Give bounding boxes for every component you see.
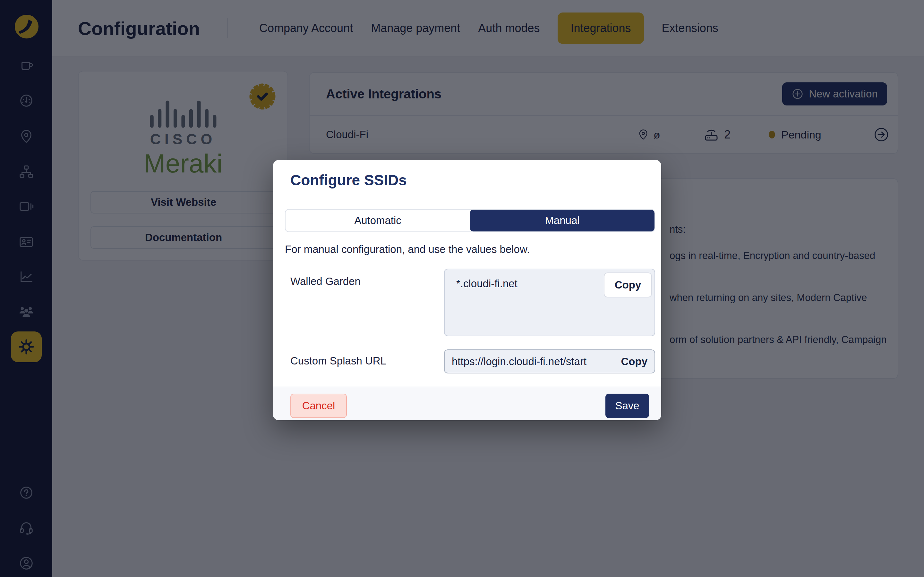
walled-garden-value: *.cloudi-fi.net: [456, 277, 517, 290]
modal-footer: Cancel Save: [273, 387, 661, 420]
tab-manual-active[interactable]: Manual: [470, 210, 654, 231]
custom-splash-url-input[interactable]: https://login.cloudi-fi.net/start Copy: [444, 350, 655, 374]
walled-garden-label: Walled Garden: [290, 276, 360, 287]
save-button[interactable]: Save: [606, 394, 649, 418]
custom-splash-url-value: https://login.cloudi-fi.net/start: [452, 356, 615, 367]
cancel-button[interactable]: Cancel: [290, 394, 347, 418]
walled-garden-textarea[interactable]: *.cloudi-fi.net Copy: [444, 269, 655, 336]
modal-description: For manual configuration, and use the va…: [285, 243, 530, 255]
app-window: Configuration Company Account Manage pay…: [0, 0, 924, 577]
copy-walled-garden-button[interactable]: Copy: [604, 272, 652, 298]
copy-splash-url-button[interactable]: Copy: [621, 356, 648, 367]
modal-title: Configure SSIDs: [290, 171, 407, 189]
configure-ssids-modal: Configure SSIDs Automatic Manual For man…: [273, 160, 661, 420]
custom-splash-url-label: Custom Splash URL: [290, 355, 386, 367]
mode-toggle: Automatic Manual: [285, 209, 655, 232]
tab-automatic[interactable]: Automatic: [286, 210, 470, 231]
